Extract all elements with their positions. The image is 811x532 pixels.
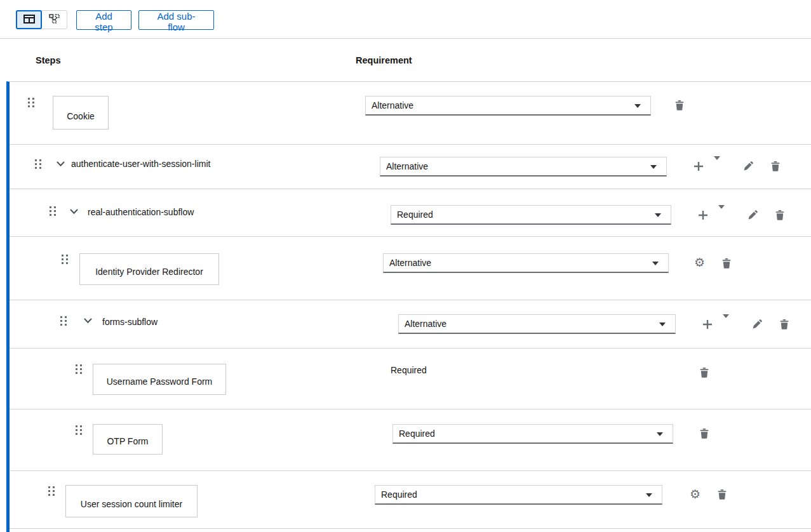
requirement-select-value: Alternative	[386, 161, 428, 171]
row-username-password-form: Username Password Form Required	[10, 349, 811, 409]
chevron-down-icon[interactable]	[57, 161, 65, 167]
subflow-label: real-authentication-subflow	[88, 206, 194, 218]
requirement-select[interactable]: Alternative	[380, 157, 667, 176]
drag-handle-icon[interactable]	[76, 425, 83, 435]
requirement-select[interactable]: Required	[392, 424, 673, 444]
drag-handle-icon[interactable]	[35, 159, 42, 169]
requirement-select-value: Alternative	[405, 319, 446, 329]
caret-down-icon	[650, 165, 657, 169]
delete-button[interactable]	[718, 489, 727, 500]
caret-down-icon	[655, 213, 661, 217]
table-header: Steps Requirement	[0, 39, 811, 81]
table-view-toggle[interactable]	[16, 10, 42, 29]
requirement-select-value: Alternative	[372, 100, 413, 110]
requirement-select-value: Required	[381, 489, 417, 500]
delete-button[interactable]	[780, 319, 789, 329]
delete-button[interactable]	[775, 210, 784, 220]
table-view-icon	[23, 15, 35, 25]
step-card[interactable]: OTP Form	[93, 424, 163, 455]
auth-flow-editor: Add step Add sub-flow Steps Requirement …	[0, 0, 811, 532]
requirement-select[interactable]: Alternative	[365, 96, 651, 116]
gear-icon: ⚙	[694, 255, 705, 269]
drag-handle-icon[interactable]	[76, 364, 83, 374]
caret-down-icon	[646, 493, 652, 497]
chevron-down-icon[interactable]	[84, 318, 92, 324]
settings-button[interactable]: ⚙	[690, 488, 700, 500]
drag-handle-icon[interactable]	[50, 206, 57, 216]
drag-handle-icon[interactable]	[60, 316, 67, 326]
requirement-select[interactable]: Required	[391, 205, 671, 225]
add-step-button[interactable]: Add step	[76, 10, 131, 30]
requirement-text: Required	[391, 365, 427, 375]
caret-down-icon	[634, 104, 641, 108]
delete-button[interactable]	[771, 161, 780, 171]
caret-down-icon	[657, 432, 663, 436]
drag-handle-icon[interactable]	[62, 255, 69, 264]
delete-button[interactable]	[700, 368, 709, 378]
row-identity-provider-redirector: Identity Provider Redirector Alternative…	[10, 237, 811, 300]
caret-down-icon	[652, 262, 659, 265]
row-forms-subflow: forms-subflow Alternative	[10, 300, 811, 349]
requirement-select-value: Required	[397, 209, 433, 220]
step-card[interactable]: Cookie	[53, 96, 109, 130]
gear-icon: ⚙	[690, 487, 700, 501]
delete-button[interactable]	[675, 100, 684, 110]
delete-button[interactable]	[700, 429, 709, 439]
drag-handle-icon[interactable]	[48, 486, 55, 496]
requirement-select-value: Required	[399, 429, 435, 439]
edit-button[interactable]	[744, 161, 753, 171]
diagram-view-icon	[49, 14, 60, 25]
flow-table-body: Cookie Alternative authenticate-user-wit…	[6, 81, 811, 532]
add-step-button[interactable]	[698, 210, 708, 220]
steps-column-header: Steps	[36, 55, 61, 65]
add-subflow-button[interactable]: Add sub-flow	[138, 10, 214, 30]
edit-button[interactable]	[748, 210, 758, 220]
requirement-select-value: Alternative	[389, 258, 431, 268]
step-card[interactable]: Identity Provider Redirector	[79, 253, 219, 285]
view-toggle-group	[16, 10, 67, 29]
row-authenticate-user-with-session-limit: authenticate-user-with-session-limit Alt…	[10, 145, 811, 189]
add-step-button[interactable]	[702, 319, 713, 329]
requirement-select[interactable]: Required	[375, 485, 662, 505]
row-user-session-count-limiter: User session count limiter Required ⚙	[10, 471, 811, 529]
caret-down-icon	[659, 323, 666, 326]
drag-handle-icon[interactable]	[28, 98, 35, 107]
step-card[interactable]: Username Password Form	[93, 364, 226, 395]
delete-button[interactable]	[722, 258, 731, 269]
subflow-label: forms-subflow	[102, 316, 158, 328]
requirement-select[interactable]: Alternative	[398, 314, 676, 334]
row-cookie: Cookie Alternative	[10, 82, 811, 145]
row-otp-form: OTP Form Required	[10, 409, 811, 471]
add-step-button[interactable]	[694, 161, 704, 171]
requirement-column-header: Requirement	[356, 55, 412, 65]
subflow-label: authenticate-user-with-session-limit	[71, 157, 210, 170]
row-real-authentication-subflow: real-authentication-subflow Required	[10, 189, 811, 237]
edit-button[interactable]	[753, 319, 762, 329]
diagram-view-toggle[interactable]	[41, 10, 67, 29]
toolbar: Add step Add sub-flow	[0, 0, 811, 39]
requirement-select[interactable]: Alternative	[383, 253, 669, 273]
step-card[interactable]: User session count limiter	[65, 485, 198, 517]
chevron-down-icon[interactable]	[70, 209, 78, 215]
settings-button[interactable]: ⚙	[694, 256, 705, 269]
